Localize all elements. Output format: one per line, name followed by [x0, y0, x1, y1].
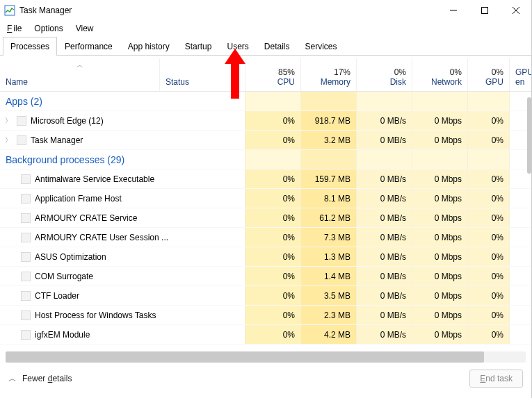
maximize-button[interactable]	[469, 0, 500, 21]
expand-icon[interactable]: 〉	[4, 135, 13, 145]
column-header-cpu[interactable]: 85% CPU	[245, 58, 301, 91]
cell-name: Antimalware Service Executable	[0, 169, 245, 188]
app-icon	[4, 5, 15, 16]
cell-network	[412, 92, 468, 110]
cell-disk: 0 MB/s	[357, 131, 412, 149]
cell-gpu: 0%	[468, 286, 510, 305]
process-name: ASUS Optimization	[35, 252, 106, 262]
cell-cpu: 0%	[245, 111, 301, 130]
column-header-status[interactable]: Status	[160, 58, 245, 91]
cell-cpu: 0%	[245, 131, 301, 149]
table-row[interactable]: Application Frame Host 0% 8.1 MB 0 MB/s …	[0, 189, 531, 208]
table-row[interactable]: CTF Loader 0% 3.5 MB 0 MB/s 0 Mbps 0%	[0, 286, 531, 306]
cell-disk	[357, 150, 412, 169]
cell-network: 0 Mbps	[412, 247, 468, 266]
cell-name: COM Surrogate	[0, 267, 245, 285]
fewer-details-label: Fewer details	[22, 374, 72, 383]
cell-cpu: 0%	[245, 306, 301, 324]
end-task-button[interactable]: End task	[469, 370, 523, 388]
title-bar: Task Manager	[0, 0, 531, 21]
cell-memory: 3.2 MB	[301, 131, 357, 149]
tab-strip: Processes Performance App history Startu…	[0, 36, 531, 56]
process-icon	[21, 233, 31, 242]
column-header-gpu-engine[interactable]: GPU en	[510, 58, 531, 91]
column-header-memory[interactable]: 17% Memory	[301, 58, 357, 91]
tab-users[interactable]: Users	[219, 37, 256, 56]
tab-app-history[interactable]: App history	[120, 37, 177, 56]
process-name: COM Surrogate	[35, 272, 93, 281]
cell-network: 0 Mbps	[412, 169, 468, 188]
svg-rect-2	[481, 8, 487, 14]
table-row[interactable]: igfxEM Module 0% 4.2 MB 0 MB/s 0 Mbps 0%	[0, 325, 531, 345]
cell-cpu: 0%	[245, 325, 301, 344]
tab-details[interactable]: Details	[257, 37, 298, 56]
column-header-gpu[interactable]: 0% GPU	[468, 58, 510, 91]
cell-cpu	[245, 92, 301, 110]
process-icon	[21, 330, 31, 340]
process-icon	[17, 135, 26, 145]
cell-disk	[357, 92, 412, 110]
table-row[interactable]: Host Process for Windows Tasks 0% 2.3 MB…	[0, 306, 531, 325]
table-row[interactable]: ARMOURY CRATE Service 0% 61.2 MB 0 MB/s …	[0, 208, 531, 228]
vertical-scrollbar[interactable]	[527, 97, 531, 174]
cell-gpu: 0%	[468, 189, 510, 208]
cell-network: 0 Mbps	[412, 208, 468, 227]
group-header[interactable]: Background processes (29)	[0, 150, 531, 169]
column-header-name[interactable]: ︿ Name	[0, 58, 160, 91]
group-header[interactable]: Apps (2)	[0, 92, 531, 111]
cell-gpu: 0%	[468, 169, 510, 188]
cell-cpu: 0%	[245, 286, 301, 305]
cell-gpu: 0%	[468, 208, 510, 227]
cell-name: ARMOURY CRATE Service	[0, 208, 245, 227]
tab-startup[interactable]: Startup	[177, 37, 220, 56]
cell-gpu	[468, 150, 510, 169]
process-name: Microsoft Edge (12)	[31, 116, 104, 126]
table-row[interactable]: ASUS Optimization 0% 1.3 MB 0 MB/s 0 Mbp…	[0, 247, 531, 267]
cell-name: ARMOURY CRATE User Session ...	[0, 228, 245, 247]
table-row[interactable]: Antimalware Service Executable 0% 159.7 …	[0, 169, 531, 189]
tab-services[interactable]: Services	[298, 37, 345, 56]
process-icon	[21, 213, 31, 223]
table-row[interactable]: 〉 Task Manager 0% 3.2 MB 0 MB/s 0 Mbps 0…	[0, 131, 531, 150]
horizontal-scrollbar[interactable]	[6, 351, 526, 363]
table-row[interactable]: COM Surrogate 0% 1.4 MB 0 MB/s 0 Mbps 0%	[0, 267, 531, 286]
cell-memory: 7.3 MB	[301, 228, 357, 247]
cell-disk: 0 MB/s	[357, 111, 412, 130]
table-row[interactable]: 〉 Microsoft Edge (12) 0% 918.7 MB 0 MB/s…	[0, 111, 531, 131]
process-icon	[21, 272, 31, 281]
cell-disk: 0 MB/s	[357, 208, 412, 227]
cell-disk: 0 MB/s	[357, 306, 412, 324]
process-name: igfxEM Module	[35, 330, 90, 340]
cell-name: CTF Loader	[0, 286, 245, 305]
close-button[interactable]	[500, 0, 531, 21]
menu-options[interactable]: Options	[33, 22, 64, 35]
cell-name: Application Frame Host	[0, 189, 245, 208]
cell-disk: 0 MB/s	[357, 228, 412, 247]
column-header-disk[interactable]: 0% Disk	[357, 58, 412, 91]
sort-indicator-icon: ︿	[76, 60, 83, 70]
horizontal-scrollbar-thumb[interactable]	[6, 351, 484, 363]
tab-performance[interactable]: Performance	[57, 37, 120, 56]
cell-disk: 0 MB/s	[357, 247, 412, 266]
process-icon	[21, 310, 31, 320]
cell-name: Host Process for Windows Tasks	[0, 306, 245, 324]
cell-gpu: 0%	[468, 228, 510, 247]
menu-view[interactable]: View	[74, 22, 95, 35]
expand-icon[interactable]: 〉	[4, 116, 13, 126]
process-name: Task Manager	[31, 135, 83, 145]
column-header-network[interactable]: 0% Network	[412, 58, 468, 91]
tab-processes[interactable]: Processes	[3, 37, 57, 56]
cell-memory: 1.3 MB	[301, 247, 357, 266]
cell-memory: 918.7 MB	[301, 111, 357, 130]
cell-network: 0 Mbps	[412, 286, 468, 305]
process-icon	[17, 116, 26, 126]
column-header-row: ︿ Name Status 85% CPU 17% Memory 0% Disk…	[0, 58, 531, 92]
process-icon	[21, 252, 31, 262]
minimize-button[interactable]	[437, 0, 469, 21]
cell-cpu	[245, 150, 301, 169]
menu-file[interactable]: File	[4, 22, 23, 35]
process-icon	[21, 194, 31, 204]
fewer-details-button[interactable]: ︿ Fewer details	[8, 373, 72, 385]
table-row[interactable]: ARMOURY CRATE User Session ... 0% 7.3 MB…	[0, 228, 531, 247]
process-icon	[21, 291, 31, 301]
